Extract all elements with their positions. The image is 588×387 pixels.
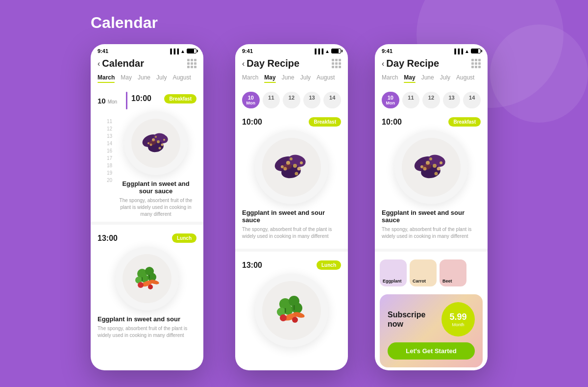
food-plate-1	[124, 111, 188, 175]
day-pill-10-2[interactable]: 10 Mon	[242, 92, 260, 108]
phone-day-recipe-1: 9:41 ▐▐▐ ▲ ‹ Day Recipe March May June J…	[235, 44, 348, 370]
day-pill-12-3[interactable]: 12	[422, 92, 440, 108]
header-title-1: Calendar	[102, 58, 144, 69]
cta-button[interactable]: Let's Get Started	[388, 342, 475, 360]
food-name-5: Eggplant in sweet and sour sauce	[382, 209, 481, 224]
grid-icon-3[interactable]	[471, 59, 481, 68]
tab-may-2[interactable]: May	[264, 74, 275, 83]
subscribe-card: Subscripe now 5.99 Month Let's Get Start…	[380, 294, 483, 367]
status-time-2: 9:41	[242, 48, 253, 54]
tab-june-1[interactable]: June	[138, 74, 150, 83]
tab-june-2[interactable]: June	[282, 74, 294, 83]
tab-august-2[interactable]: August	[317, 74, 335, 83]
meal2-header-2: 13:00 Lunch	[242, 260, 341, 270]
svg-rect-48	[285, 308, 286, 313]
day-pill-12-2[interactable]: 12	[283, 92, 300, 108]
svg-point-10	[159, 147, 161, 150]
svg-rect-23	[142, 277, 143, 281]
tab-march-1[interactable]: March	[98, 74, 115, 83]
grid-icon-1[interactable]	[187, 59, 196, 68]
signal-icon-3: ▐▐▐	[453, 49, 463, 54]
tab-may-1[interactable]: May	[121, 74, 132, 83]
cal-first-day: 10	[98, 97, 106, 105]
tab-august-3[interactable]: August	[456, 74, 474, 83]
meal2-time-1: 13:00	[98, 234, 118, 243]
food-desc-5: The spongy, absorbent fruit of the plant…	[382, 226, 481, 240]
back-arrow-3[interactable]: ‹	[382, 59, 384, 68]
tab-august-1[interactable]: August	[172, 74, 191, 83]
food-name-3: Eggplant in sweet and sour sauce	[242, 209, 341, 224]
status-bar-3: 9:41 ▐▐▐ ▲	[375, 44, 488, 56]
svg-point-55	[433, 164, 437, 168]
svg-point-32	[297, 167, 301, 171]
tab-june-3[interactable]: June	[421, 74, 434, 83]
subscribe-text: Subscripe now	[388, 310, 441, 329]
day-pill-10-3[interactable]: 10 Mon	[382, 92, 399, 108]
day-pill-14-3[interactable]: 14	[463, 92, 481, 108]
meal1-time-3: 10:00	[382, 118, 402, 127]
status-time-1: 9:41	[98, 48, 108, 54]
tab-july-1[interactable]: July	[156, 74, 167, 83]
battery-icon-3	[471, 49, 481, 53]
cal-day-17: 17	[98, 155, 112, 163]
cat-label-eggplant: Eggplant	[383, 279, 402, 284]
meal1-time-2: 10:00	[242, 118, 262, 127]
meal1-badge-1: Breakfast	[164, 94, 196, 103]
food-name-2: Eggplant in sweet and sour	[98, 315, 196, 323]
header-title-3: Day Recipe	[386, 58, 439, 69]
cal-day-19: 19	[98, 170, 112, 178]
phone1-header: ‹ Calendar	[91, 56, 203, 73]
svg-point-61	[440, 161, 442, 164]
cat-label-beet: Beet	[442, 279, 452, 284]
month-tabs-3: March May June July August	[375, 73, 488, 88]
day-pill-13-2[interactable]: 13	[303, 92, 321, 108]
tab-july-3[interactable]: July	[440, 74, 450, 83]
wifi-icon-2: ▲	[325, 49, 330, 54]
svg-point-36	[300, 161, 303, 164]
svg-point-42	[292, 303, 302, 313]
tab-july-2[interactable]: July	[300, 74, 311, 83]
meal2-badge-2: Lunch	[317, 260, 341, 270]
month-tabs-1: March May June July August	[91, 73, 203, 88]
day-pill-11-3[interactable]: 11	[402, 92, 420, 108]
phone2-header: ‹ Day Recipe	[235, 56, 348, 73]
status-icons-1: ▐▐▐ ▲	[169, 49, 196, 54]
signal-icon: ▐▐▐	[169, 49, 179, 54]
meal2-block-1: 13:00 Lunch	[91, 229, 203, 344]
cal-day-12: 12	[98, 126, 112, 133]
back-arrow-1[interactable]: ‹	[98, 59, 100, 68]
meal1-time-1: 10:00	[131, 94, 151, 103]
price-circle: 5.99 Month	[441, 302, 475, 336]
cat-carrot[interactable]: Carrot	[410, 259, 437, 286]
food-plate-4	[255, 274, 328, 347]
price-amount: 5.99	[450, 312, 467, 322]
day-pill-11-2[interactable]: 11	[263, 92, 280, 108]
cal-first-day-name: Mon	[108, 99, 117, 104]
meal1-header-3: 10:00 Breakfast	[382, 117, 481, 127]
status-bar-1: 9:41 ▐▐▐ ▲	[91, 44, 203, 56]
tab-march-3[interactable]: March	[382, 74, 398, 83]
day-pill-13-3[interactable]: 13	[443, 92, 461, 108]
svg-point-21	[138, 282, 144, 288]
page-title: Calendar	[91, 14, 158, 32]
tab-march-2[interactable]: March	[242, 74, 258, 83]
day-pill-14-2[interactable]: 14	[323, 92, 341, 108]
back-arrow-2[interactable]: ‹	[242, 59, 245, 68]
svg-point-5	[157, 140, 160, 143]
meal1-block-2: 10:00 Breakfast	[235, 112, 348, 245]
meal2-block-2: 13:00 Lunch	[235, 256, 348, 357]
subscribe-inner: Subscripe now 5.99 Month	[388, 302, 475, 336]
cat-beet[interactable]: Beet	[440, 259, 466, 286]
meal2-badge-1: Lunch	[172, 233, 196, 243]
cat-eggplant[interactable]: Eggplant	[380, 259, 407, 286]
wifi-icon-3: ▲	[465, 49, 469, 54]
tab-may-3[interactable]: May	[404, 74, 415, 83]
grid-icon-2[interactable]	[332, 59, 341, 68]
header-left-2: ‹ Day Recipe	[242, 58, 299, 69]
status-time-3: 9:41	[382, 48, 392, 54]
divider-2	[235, 249, 348, 252]
svg-point-8	[155, 136, 157, 138]
svg-point-30	[293, 164, 297, 168]
cal-day-18: 18	[98, 163, 112, 170]
food-desc-1: The spongy, absorbent fruit of the plant…	[117, 197, 195, 218]
